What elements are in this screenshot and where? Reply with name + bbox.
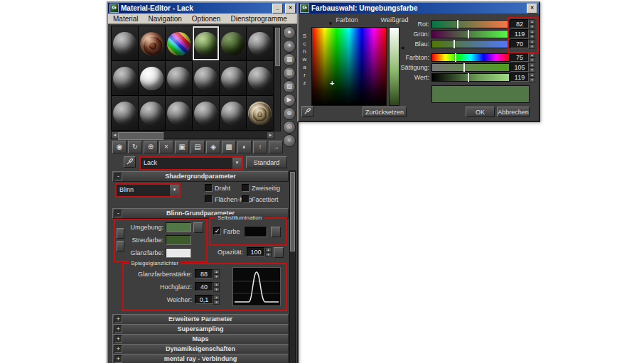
- blue-spinner[interactable]: 70 ▴▾: [510, 39, 535, 48]
- get-material-button[interactable]: ◉: [112, 141, 127, 153]
- material-sample-slot[interactable]: [166, 61, 192, 95]
- minimize-button[interactable]: _: [272, 4, 283, 13]
- scrollbar-thumb[interactable]: [275, 28, 280, 66]
- menu-material[interactable]: Material: [108, 15, 144, 23]
- slider-marker[interactable]: [457, 20, 458, 28]
- checkbox-zweiseitig[interactable]: Zweiseitig: [242, 184, 280, 192]
- ambient-map-shortcut-button[interactable]: [193, 222, 203, 233]
- spinner-down-icon[interactable]: ▾: [529, 24, 535, 29]
- slider-marker[interactable]: [455, 53, 456, 62]
- glossiness-spinner[interactable]: 40 ▴▾: [195, 282, 220, 291]
- red-slider[interactable]: [431, 20, 510, 28]
- material-type-button[interactable]: Standard: [246, 156, 287, 168]
- spinner-up-icon[interactable]: ▴: [529, 39, 535, 44]
- spinner-down-icon[interactable]: ▾: [529, 44, 535, 49]
- video-color-check-button[interactable]: ▧: [283, 80, 296, 93]
- blue-slider[interactable]: [431, 40, 510, 48]
- material-sample-slot[interactable]: [247, 26, 273, 60]
- spinner-up-icon[interactable]: ▴: [213, 269, 220, 274]
- spinner-up-icon[interactable]: ▴: [529, 53, 535, 58]
- material-map-navigator-button[interactable]: ≡: [283, 134, 296, 147]
- select-by-material-button[interactable]: ◎: [283, 121, 296, 134]
- material-sample-slot[interactable]: [112, 61, 138, 95]
- screen-color-eyedropper-button[interactable]: [301, 106, 313, 117]
- color-picker-titlebar[interactable]: G Farbauswahl: Umgebungsfarbe ×: [299, 3, 539, 13]
- color-cursor-icon[interactable]: +: [330, 80, 334, 87]
- spinner-value[interactable]: 75: [510, 53, 529, 62]
- rollout-dynamikeigenschaften[interactable]: + Dynamikeigenschaften: [112, 344, 289, 354]
- material-sample-slot[interactable]: [220, 96, 246, 130]
- hue-blackness-field[interactable]: +: [311, 27, 387, 106]
- specular-level-spinner[interactable]: 88 ▴▾: [195, 269, 220, 278]
- rollout-shadergrundparameter[interactable]: - Shadergrundparameter: [112, 171, 289, 182]
- options-button[interactable]: ⊛: [283, 107, 296, 120]
- chevron-down-icon[interactable]: ▼: [169, 185, 179, 196]
- scrollbar-thumb[interactable]: [290, 172, 295, 251]
- material-sample-slot[interactable]: [112, 26, 138, 60]
- material-sample-slot[interactable]: [166, 96, 192, 130]
- soften-spinner[interactable]: 0,1 ▴▾: [195, 295, 220, 304]
- sample-horizontal-scrollbar[interactable]: ◄ ►: [111, 131, 274, 139]
- scrollbar-track[interactable]: [163, 132, 267, 139]
- value-spinner[interactable]: 119 ▴▾: [510, 72, 535, 82]
- go-to-parent-button[interactable]: ↑: [253, 141, 267, 153]
- slider-marker[interactable]: [463, 63, 465, 72]
- spinner-up-icon[interactable]: ▴: [529, 19, 535, 24]
- scrollbar-thumb[interactable]: [118, 132, 163, 140]
- rollout-supersampling[interactable]: + Supersampling: [112, 324, 289, 335]
- show-map-in-viewport-button[interactable]: ▩: [222, 141, 236, 153]
- checkbox-facettiert[interactable]: Facettiert: [242, 195, 279, 203]
- material-sample-slot[interactable]: [247, 61, 273, 95]
- cancel-button[interactable]: Abbrechen: [497, 107, 530, 117]
- spinner-down-icon[interactable]: ▾: [213, 274, 220, 279]
- close-button[interactable]: ×: [285, 4, 296, 13]
- material-sample-slot[interactable]: [166, 26, 192, 60]
- material-sample-slot[interactable]: [220, 26, 246, 60]
- material-sample-slot[interactable]: [139, 26, 165, 60]
- checkbox-draht[interactable]: Draht: [205, 184, 230, 192]
- spinner-down-icon[interactable]: ▾: [529, 58, 535, 63]
- spinner-up-icon[interactable]: ▴: [213, 295, 220, 300]
- reset-button[interactable]: Zurücksetzen: [363, 107, 407, 117]
- pick-material-eyedropper-button[interactable]: [124, 156, 136, 168]
- spinner-value[interactable]: 70: [510, 39, 529, 48]
- sample-uv-tiling-button[interactable]: ▥: [283, 67, 296, 80]
- material-editor-titlebar[interactable]: G Material-Editor - Lack _ ×: [108, 3, 297, 13]
- scroll-left-icon[interactable]: ◄: [112, 132, 118, 139]
- backlight-button[interactable]: ☀: [283, 40, 296, 53]
- close-button[interactable]: ×: [527, 4, 537, 13]
- material-name-dropdown[interactable]: Lack ▼: [139, 156, 243, 170]
- assign-material-to-selection-button[interactable]: ⊕: [144, 141, 158, 153]
- slider-marker[interactable]: [468, 73, 469, 82]
- spinner-value[interactable]: 105: [510, 63, 529, 72]
- menu-dienstprogramme[interactable]: Dienstprogramme: [225, 15, 291, 23]
- sample-type-button[interactable]: ●: [283, 26, 296, 39]
- spinner-value[interactable]: 82: [510, 19, 529, 28]
- green-slider[interactable]: [431, 30, 510, 38]
- spinner-down-icon[interactable]: ▾: [529, 67, 535, 72]
- menu-optionen[interactable]: Optionen: [187, 15, 226, 23]
- saturation-slider[interactable]: [431, 63, 510, 72]
- checkbox-farbe[interactable]: ✓ Farbe: [213, 227, 240, 235]
- material-sample-slot[interactable]: [139, 96, 165, 130]
- diffuse-color-swatch[interactable]: [166, 235, 191, 245]
- sample-vertical-scrollbar[interactable]: [274, 26, 281, 131]
- spinner-down-icon[interactable]: ▾: [213, 300, 220, 305]
- red-spinner[interactable]: 82 ▴▾: [510, 19, 535, 28]
- material-sample-slot[interactable]: [193, 96, 219, 130]
- go-forward-to-sibling-button[interactable]: →: [269, 141, 283, 153]
- opacity-map-button[interactable]: [274, 247, 284, 258]
- put-to-library-button[interactable]: ▤: [190, 141, 205, 153]
- spinner-down-icon[interactable]: ▾: [529, 77, 535, 82]
- hue-spinner[interactable]: 75 ▴▾: [510, 53, 535, 62]
- put-material-to-scene-button[interactable]: ↻: [128, 141, 142, 153]
- spinner-up-icon[interactable]: ▴: [265, 247, 272, 252]
- spinner-value[interactable]: 88: [195, 269, 213, 278]
- spinner-value[interactable]: 0,1: [195, 295, 213, 304]
- scroll-right-icon[interactable]: ►: [267, 132, 274, 139]
- make-material-copy-button[interactable]: ▣: [175, 141, 189, 153]
- spinner-down-icon[interactable]: ▾: [213, 287, 220, 292]
- show-end-result-button[interactable]: ◐: [237, 141, 252, 153]
- spinner-up-icon[interactable]: ▴: [529, 63, 535, 67]
- params-vertical-scrollbar[interactable]: [289, 170, 296, 363]
